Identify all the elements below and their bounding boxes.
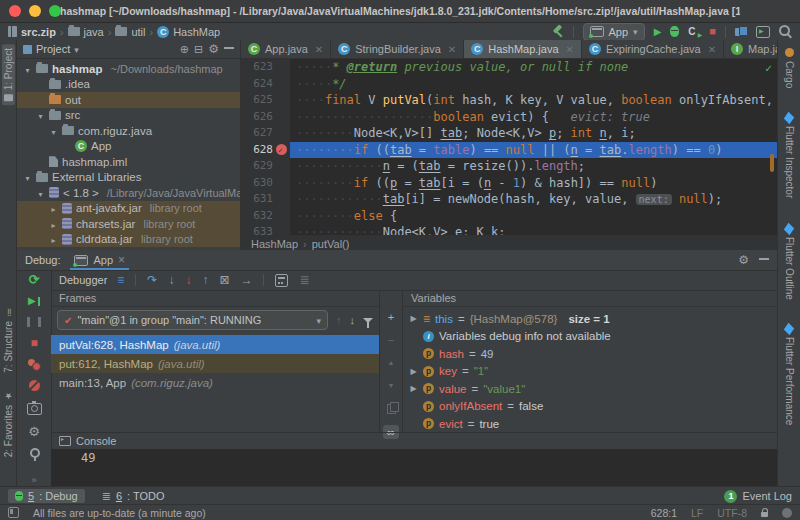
debug-icon[interactable]	[670, 26, 679, 37]
code-editor[interactable]: ✓ 623·····* @return previous value, or n…	[241, 59, 777, 235]
breakpoint-slot[interactable]	[276, 111, 287, 122]
move-down-icon[interactable]: ▼	[383, 379, 399, 393]
chevron-expanded-icon[interactable]	[23, 63, 32, 75]
project-settings-gear-icon[interactable]	[208, 43, 219, 55]
breadcrumb-class[interactable]: HashMap	[251, 238, 298, 250]
chevron-expanded-icon[interactable]	[49, 125, 58, 137]
tree-item-com-riguz-java[interactable]: com.riguz.java	[17, 123, 240, 139]
build-hammer-icon[interactable]	[551, 25, 564, 38]
restore-layout-icon[interactable]	[299, 274, 309, 286]
editor-gutter[interactable]: 628	[241, 142, 290, 159]
previous-frame-icon[interactable]: ↑	[336, 314, 342, 326]
tool-strip-button-flutter-performance[interactable]: Flutter Performance	[784, 325, 795, 425]
chevron-collapsed-icon[interactable]	[49, 233, 58, 245]
tree-item-cldrdata-jar[interactable]: cldrdata.jarlibrary root	[17, 232, 240, 248]
chevron-collapsed-icon[interactable]: ▶	[409, 367, 418, 376]
locate-file-icon[interactable]	[180, 44, 189, 55]
window-close-button[interactable]	[9, 5, 21, 17]
hide-panel-icon[interactable]	[224, 47, 234, 49]
editor-gutter[interactable]: 631	[241, 191, 290, 208]
tool-strip-button-2-favorites[interactable]: 2: Favorites	[3, 391, 14, 457]
view-options-icon[interactable]	[117, 274, 124, 286]
editor-gutter[interactable]: 632	[241, 208, 290, 225]
run-icon[interactable]	[654, 26, 662, 37]
chevron-expanded-icon[interactable]	[23, 171, 32, 183]
variable-row-hash[interactable]: phash = 49	[403, 345, 777, 363]
tree-item-out[interactable]: out	[17, 92, 240, 108]
variable-row-evict[interactable]: pevict = true	[403, 415, 777, 433]
hide-library-frames-icon[interactable]	[363, 318, 373, 323]
camera-icon[interactable]	[27, 403, 42, 415]
breakpoint-slot[interactable]	[276, 227, 287, 235]
editor-gutter[interactable]: 623	[241, 59, 290, 76]
stack-frame-row[interactable]: put:612, HashMap(java.util)	[51, 354, 379, 373]
evaluate-expression-icon[interactable]	[275, 274, 288, 287]
breadcrumb-item-util[interactable]: util	[115, 26, 145, 38]
tool-window-tab-debug[interactable]: 5: Debug	[8, 489, 85, 503]
editor-tab-app-java[interactable]: CApp.java✕	[241, 40, 331, 58]
collapse-all-icon[interactable]	[194, 44, 203, 55]
breakpoint-slot[interactable]	[276, 177, 287, 188]
inspections-profile-icon[interactable]	[782, 508, 792, 518]
tool-window-switcher-icon[interactable]	[8, 507, 19, 518]
event-log-button[interactable]: 1 Event Log	[724, 490, 792, 503]
project-view-selector[interactable]: Project	[23, 43, 79, 55]
drop-frame-icon[interactable]	[219, 274, 229, 286]
resume-icon[interactable]	[28, 296, 40, 307]
settings-icon[interactable]	[28, 425, 40, 438]
project-structure-icon[interactable]	[735, 26, 747, 38]
remove-watch-icon[interactable]: −	[383, 333, 399, 347]
pause-icon[interactable]	[27, 317, 41, 327]
console-header[interactable]: Console	[51, 433, 777, 449]
hide-debug-panel-icon[interactable]	[759, 258, 769, 260]
stack-frame-row[interactable]: putVal:628, HashMap(java.util)	[51, 335, 379, 354]
tool-window-tab-todo[interactable]: 6: TODO	[95, 489, 172, 503]
stop-icon[interactable]	[30, 337, 37, 349]
breakpoint-slot[interactable]	[276, 161, 287, 172]
editor-gutter[interactable]: 625	[241, 92, 290, 109]
run-anything-icon[interactable]	[756, 26, 770, 38]
tool-strip-button-7-structure[interactable]: 7: Structure	[3, 308, 14, 373]
editor-tab-hashmap-java[interactable]: CHashMap.java✕	[464, 40, 582, 58]
editor-gutter[interactable]: 629	[241, 158, 290, 175]
variable-row-onlyIfAbsent[interactable]: ponlyIfAbsent = false	[403, 398, 777, 416]
duplicate-icon[interactable]	[383, 402, 399, 416]
close-icon[interactable]: ✕	[708, 44, 716, 55]
breadcrumb-item-srczip[interactable]: src.zip	[8, 26, 56, 38]
tool-strip-button-1-project[interactable]: 1: Project	[2, 44, 15, 105]
search-everywhere-icon[interactable]	[779, 25, 792, 38]
line-separator-indicator[interactable]: LF	[691, 507, 703, 519]
move-up-icon[interactable]: ▲	[383, 356, 399, 370]
variable-row-info[interactable]: iVariables debug info not available	[403, 328, 777, 346]
close-icon[interactable]: ✕	[566, 44, 574, 55]
force-step-into-icon[interactable]	[185, 274, 191, 286]
tree-item--1-8-[interactable]: < 1.8 >/Library/Java/JavaVirtualMachines…	[17, 185, 240, 201]
add-watch-icon[interactable]: +	[383, 310, 399, 324]
run-with-coverage-icon[interactable]	[688, 26, 700, 38]
editor-tab-stringbuilder-java[interactable]: CStringBuilder.java✕	[331, 40, 464, 58]
window-zoom-button[interactable]	[49, 5, 61, 17]
breakpoint-slot[interactable]	[276, 78, 287, 89]
editor-gutter[interactable]: 626	[241, 109, 290, 126]
tree-item-hashmap[interactable]: hashmap~/Downloads/hashmap	[17, 61, 240, 77]
variable-row-value[interactable]: ▶pvalue = "value1"	[403, 380, 777, 398]
breakpoint-slot[interactable]	[276, 194, 287, 205]
editor-tab-expiringcache-java[interactable]: CExpiringCache.java✕	[582, 40, 724, 58]
chevron-collapsed-icon[interactable]	[49, 202, 58, 214]
close-icon[interactable]: ✕	[315, 44, 323, 55]
rerun-icon[interactable]	[29, 273, 40, 286]
tree-item-external-libraries[interactable]: External Libraries	[17, 170, 240, 186]
tree-item-app[interactable]: CApp	[17, 139, 240, 155]
tree-item-src[interactable]: src	[17, 108, 240, 124]
chevron-collapsed-icon[interactable]: ▶	[409, 314, 418, 323]
tool-strip-button-flutter-inspector[interactable]: Flutter Inspector	[784, 114, 795, 198]
breadcrumb-item-java[interactable]: java	[68, 26, 104, 38]
console-output[interactable]: 49	[51, 449, 777, 487]
chevron-expanded-icon[interactable]	[36, 109, 45, 121]
caret-position[interactable]: 628:1	[651, 507, 677, 519]
editor-gutter[interactable]: 630	[241, 175, 290, 192]
step-into-icon[interactable]	[168, 274, 174, 286]
breakpoint-icon[interactable]	[276, 144, 287, 155]
variable-row-this[interactable]: ▶≡this = {HashMap@578}size = 1	[403, 310, 777, 328]
run-to-cursor-icon[interactable]	[240, 274, 252, 286]
